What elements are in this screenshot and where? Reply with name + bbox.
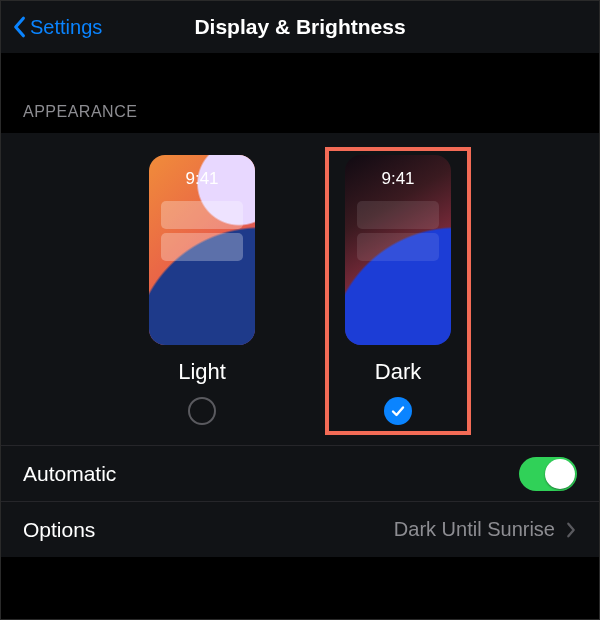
navigation-bar: Settings Display & Brightness	[1, 1, 599, 53]
options-label: Options	[23, 518, 95, 542]
preview-time: 9:41	[345, 169, 451, 189]
dark-theme-label: Dark	[375, 359, 421, 385]
automatic-label: Automatic	[23, 462, 116, 486]
preview-time: 9:41	[149, 169, 255, 189]
automatic-row: Automatic	[1, 445, 599, 501]
automatic-toggle[interactable]	[519, 457, 577, 491]
dark-theme-radio[interactable]	[384, 397, 412, 425]
theme-option-light[interactable]: 9:41 Light	[149, 155, 255, 425]
checkmark-icon	[390, 403, 406, 419]
dark-theme-preview: 9:41	[345, 155, 451, 345]
back-label: Settings	[30, 16, 102, 39]
appearance-panel: 9:41 Light 9:41 Dark	[1, 133, 599, 445]
options-value: Dark Until Sunrise	[394, 518, 555, 541]
back-button[interactable]: Settings	[11, 16, 102, 39]
chevron-left-icon	[11, 16, 27, 38]
page-title: Display & Brightness	[194, 15, 405, 39]
appearance-section-header: APPEARANCE	[1, 53, 599, 133]
light-theme-label: Light	[178, 359, 226, 385]
options-row[interactable]: Options Dark Until Sunrise	[1, 501, 599, 557]
toggle-knob	[545, 459, 575, 489]
theme-option-dark[interactable]: 9:41 Dark	[345, 155, 451, 425]
chevron-right-icon	[565, 521, 577, 539]
light-theme-preview: 9:41	[149, 155, 255, 345]
light-theme-radio[interactable]	[188, 397, 216, 425]
